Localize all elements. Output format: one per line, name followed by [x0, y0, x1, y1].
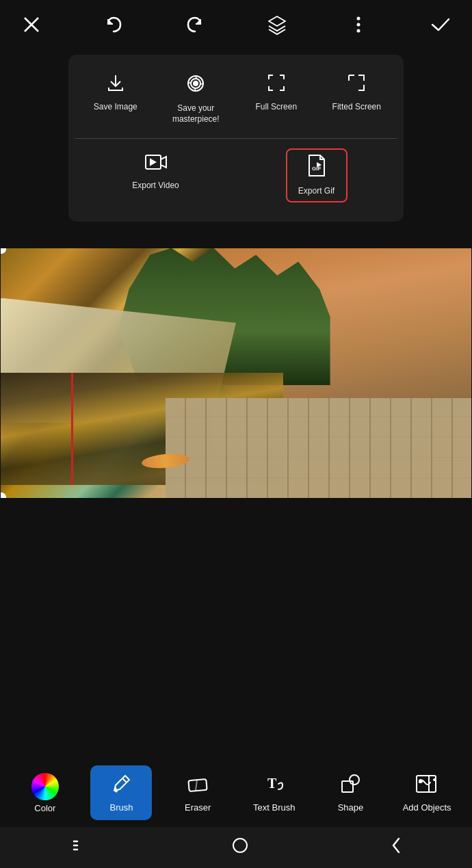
svg-line-19: [196, 780, 197, 791]
recents-nav-button[interactable]: [70, 838, 90, 857]
svg-point-3: [357, 17, 360, 21]
save-masterpiece-button[interactable]: Save your masterpiece!: [165, 68, 226, 129]
export-gif-label: Export Gif: [298, 186, 335, 197]
svg-marker-14: [150, 159, 155, 165]
svg-rect-31: [233, 839, 247, 852]
top-toolbar: [0, 0, 472, 49]
svg-rect-18: [188, 779, 207, 791]
export-video-label: Export Video: [132, 181, 179, 192]
text-brush-icon: T: [263, 773, 285, 800]
export-video-icon: [144, 153, 168, 176]
shape-tool-label: Shape: [338, 802, 364, 813]
shape-icon: [339, 773, 361, 800]
brush-tool[interactable]: Brush: [90, 765, 152, 820]
export-gif-button[interactable]: GIF Export Gif: [286, 148, 348, 202]
eraser-icon: [186, 773, 209, 800]
layers-button[interactable]: [262, 10, 292, 40]
bottom-toolbar: Color Brush Eraser T Text Brush: [0, 759, 472, 827]
full-screen-button[interactable]: Full Screen: [246, 68, 307, 129]
svg-text:GIF: GIF: [312, 166, 321, 172]
export-gif-icon: GIF: [306, 154, 327, 182]
back-nav-button[interactable]: [391, 836, 402, 859]
svg-point-27: [419, 780, 422, 782]
save-image-label: Save Image: [94, 102, 137, 113]
full-screen-label: Full Screen: [255, 102, 297, 113]
add-objects-tool[interactable]: Add Objects: [396, 765, 458, 820]
confirm-button[interactable]: [425, 10, 456, 40]
svg-marker-13: [161, 157, 166, 168]
svg-line-17: [122, 778, 127, 782]
nav-bar: [0, 827, 472, 868]
canvas-image[interactable]: [1, 248, 471, 498]
add-objects-icon: [415, 773, 438, 800]
eraser-tool-label: Eraser: [185, 802, 211, 813]
brush-tool-label: Brush: [110, 802, 133, 813]
text-brush-tool[interactable]: T Text Brush: [244, 765, 305, 820]
full-screen-icon: [266, 73, 287, 98]
text-brush-tool-label: Text Brush: [253, 802, 295, 813]
canvas-area: [0, 246, 472, 499]
save-image-icon: [105, 73, 126, 98]
svg-point-4: [357, 23, 360, 27]
fitted-screen-label: Fitted Screen: [332, 102, 381, 113]
save-masterpiece-label: Save your masterpiece!: [170, 103, 221, 124]
color-tool-label: Color: [34, 803, 55, 813]
dropdown-row-2: Export Video GIF Export Gif: [75, 138, 397, 202]
color-tool[interactable]: Color: [14, 765, 76, 820]
tiles-layer: [166, 398, 471, 498]
pool-scene: [1, 248, 471, 498]
shape-tool[interactable]: Shape: [319, 765, 381, 820]
dropdown-menu: Save Image Save your masterpiece!: [68, 55, 404, 222]
eraser-tool[interactable]: Eraser: [167, 765, 228, 820]
dropdown-row-1: Save Image Save your masterpiece!: [75, 68, 397, 129]
color-wheel-icon: [31, 773, 59, 800]
fitted-screen-button[interactable]: Fitted Screen: [326, 68, 387, 129]
svg-marker-2: [269, 16, 285, 26]
more-button[interactable]: [343, 10, 373, 40]
svg-point-22: [350, 775, 359, 785]
svg-point-9: [194, 81, 198, 86]
svg-text:T: T: [267, 776, 277, 791]
red-stripe: [71, 373, 73, 485]
add-objects-tool-label: Add Objects: [403, 802, 451, 813]
redo-button[interactable]: [180, 10, 210, 40]
home-nav-button[interactable]: [231, 836, 250, 859]
brush-icon: [110, 773, 132, 800]
fitted-screen-icon: [346, 73, 367, 98]
save-image-button[interactable]: Save Image: [85, 68, 146, 129]
save-masterpiece-icon: [185, 73, 207, 99]
svg-point-5: [357, 29, 360, 33]
close-button[interactable]: [16, 10, 47, 40]
undo-button[interactable]: [99, 10, 129, 40]
export-video-button[interactable]: Export Video: [125, 148, 187, 202]
